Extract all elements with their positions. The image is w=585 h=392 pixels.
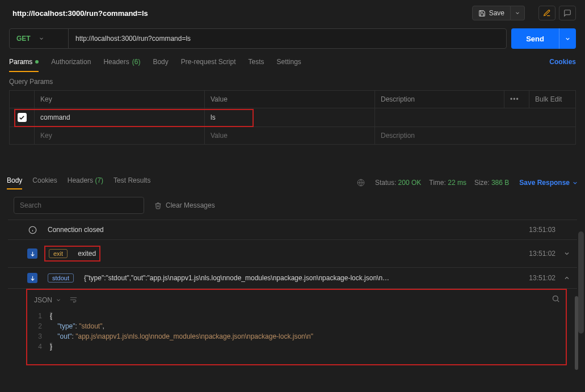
table-header-checkbox bbox=[10, 91, 35, 108]
stdout-badge: stdout bbox=[48, 273, 74, 283]
json-format-select[interactable]: JSON bbox=[34, 296, 61, 304]
tab-tests[interactable]: Tests bbox=[248, 58, 264, 71]
message-row-stdout[interactable]: stdout {"type":"stdout","out":"app.js\na… bbox=[8, 267, 577, 289]
tab-authorization[interactable]: Authorization bbox=[51, 58, 91, 71]
param-value-placeholder[interactable]: Value bbox=[205, 127, 375, 145]
chevron-down-icon bbox=[515, 10, 520, 16]
tab-settings[interactable]: Settings bbox=[277, 58, 301, 71]
tab-label: Headers bbox=[68, 176, 93, 184]
message-row-exit[interactable]: exit exited 13:51:02 bbox=[8, 239, 577, 267]
json-code-viewer[interactable]: 1{ 2 "type": "stdout", 3 "out": "app.js\… bbox=[27, 310, 566, 352]
tab-prerequest[interactable]: Pre-request Script bbox=[181, 58, 236, 71]
message-row-info[interactable]: Connection closed 13:51:03 bbox=[8, 220, 577, 239]
table-row[interactable]: command ls bbox=[10, 108, 576, 127]
response-tab-headers[interactable]: Headers (7) bbox=[68, 176, 103, 189]
param-description-placeholder[interactable]: Description bbox=[375, 127, 576, 145]
comment-icon bbox=[563, 9, 571, 17]
word-wrap-icon[interactable] bbox=[69, 296, 78, 304]
status-label: Status: 200 OK bbox=[375, 179, 421, 187]
scrollbar[interactable] bbox=[575, 296, 578, 370]
search-icon[interactable] bbox=[552, 294, 560, 303]
chevron-down-icon bbox=[572, 180, 578, 186]
size-label: Size: 386 B bbox=[474, 179, 509, 187]
chevron-down-icon bbox=[39, 36, 44, 41]
clear-messages-button[interactable]: Clear Messages bbox=[154, 201, 215, 209]
param-key-cell[interactable]: command bbox=[35, 108, 205, 127]
chevron-down-icon[interactable] bbox=[563, 250, 571, 257]
message-time: 13:51:02 bbox=[529, 274, 555, 282]
message-time: 13:51:02 bbox=[529, 250, 555, 258]
param-value-cell[interactable]: ls bbox=[205, 108, 375, 127]
save-options-button[interactable] bbox=[511, 6, 525, 20]
save-response-button[interactable]: Save Response bbox=[519, 179, 578, 187]
table-header-description: Description bbox=[375, 91, 504, 108]
cookies-link[interactable]: Cookies bbox=[549, 58, 576, 71]
svg-line-9 bbox=[557, 300, 559, 302]
bulk-edit-button[interactable]: Bulk Edit bbox=[529, 91, 576, 108]
chevron-down-icon bbox=[56, 297, 61, 303]
message-text: {"type":"stdout","out":"app.js\nappv1.js… bbox=[84, 274, 389, 282]
modified-dot-icon bbox=[35, 60, 39, 64]
message-text: exited bbox=[78, 250, 96, 258]
comments-button[interactable] bbox=[559, 6, 576, 20]
request-url-input[interactable]: http://localhost:3000/run?command=ls bbox=[69, 29, 506, 48]
ellipsis-icon: ••• bbox=[510, 95, 519, 103]
json-panel: JSON 1{ 2 "type": "stdout", 3 "out": "ap… bbox=[26, 289, 567, 365]
tab-label: Headers bbox=[103, 58, 129, 66]
arrow-down-icon bbox=[27, 273, 37, 283]
response-tab-body[interactable]: Body bbox=[7, 176, 22, 189]
save-icon bbox=[478, 10, 486, 17]
tab-label: Params bbox=[9, 58, 32, 66]
scrollbar-thumb[interactable] bbox=[578, 231, 584, 334]
response-tab-cookies[interactable]: Cookies bbox=[32, 176, 57, 189]
query-params-table: Key Value Description ••• Bulk Edit comm… bbox=[9, 90, 576, 145]
param-key-placeholder[interactable]: Key bbox=[35, 127, 205, 145]
message-time: 13:51:03 bbox=[529, 226, 555, 234]
time-label: Time: 22 ms bbox=[429, 179, 466, 187]
svg-point-8 bbox=[553, 296, 558, 301]
http-method-select[interactable]: GET bbox=[10, 29, 69, 48]
query-params-label: Query Params bbox=[0, 72, 585, 90]
globe-icon bbox=[357, 179, 365, 187]
info-icon bbox=[27, 225, 37, 235]
json-format-label: JSON bbox=[34, 296, 52, 304]
chevron-down-icon bbox=[565, 36, 571, 42]
table-header-options[interactable]: ••• bbox=[504, 91, 529, 108]
headers-count: (7) bbox=[95, 176, 103, 184]
save-label: Save bbox=[489, 9, 504, 17]
edit-button[interactable] bbox=[538, 6, 555, 20]
table-header-value: Value bbox=[205, 91, 375, 108]
response-tab-test-results[interactable]: Test Results bbox=[113, 176, 150, 189]
table-row-new[interactable]: Key Value Description bbox=[10, 127, 576, 145]
clear-messages-label: Clear Messages bbox=[166, 201, 215, 209]
scrollbar[interactable] bbox=[578, 231, 584, 385]
http-method-value: GET bbox=[16, 35, 31, 43]
save-response-label: Save Response bbox=[519, 179, 570, 187]
arrow-down-icon bbox=[27, 248, 37, 259]
message-search-input[interactable]: Search bbox=[14, 197, 144, 214]
pencil-icon bbox=[543, 9, 551, 17]
row-checkbox[interactable] bbox=[18, 113, 27, 122]
send-options-button[interactable] bbox=[559, 28, 576, 49]
param-description-cell[interactable] bbox=[375, 108, 576, 127]
send-button[interactable]: Send bbox=[511, 28, 559, 49]
tab-params[interactable]: Params bbox=[9, 58, 39, 71]
table-header-key: Key bbox=[35, 91, 205, 108]
tab-body[interactable]: Body bbox=[153, 58, 168, 71]
annotation-highlight: exit exited bbox=[44, 246, 100, 262]
tab-headers[interactable]: Headers (6) bbox=[103, 58, 140, 71]
message-text: Connection closed bbox=[48, 226, 104, 234]
save-button[interactable]: Save bbox=[472, 6, 511, 20]
exit-badge: exit bbox=[49, 249, 68, 258]
chevron-up-icon[interactable] bbox=[563, 275, 571, 281]
headers-count: (6) bbox=[132, 58, 141, 66]
trash-icon bbox=[154, 202, 162, 209]
page-title: http://localhost:3000/run?command=ls bbox=[12, 9, 148, 18]
